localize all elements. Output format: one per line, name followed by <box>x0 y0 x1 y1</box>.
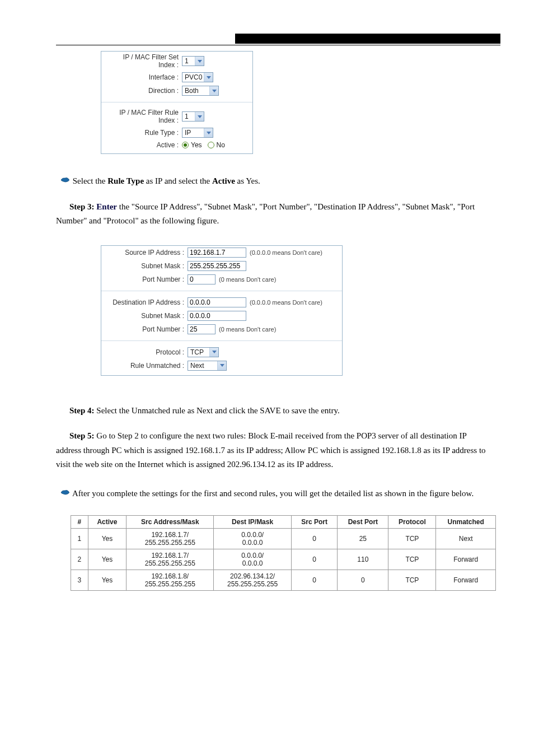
cell-dest-port: 110 <box>338 549 388 570</box>
rules-summary-table: # Active Src Address/Mask Dest IP/Mask S… <box>71 515 496 591</box>
label-dest-mask: Subnet Mask : <box>106 312 188 320</box>
chevron-down-icon <box>195 57 204 66</box>
header-underline <box>56 45 500 45</box>
step4-label: Step 4: <box>69 406 95 415</box>
label-src-port: Port Number : <box>106 276 188 283</box>
step3-label: Step 3: <box>69 202 95 211</box>
cell-dest: 0.0.0.0/0.0.0.0 <box>214 549 292 570</box>
cell-src-port: 0 <box>291 570 337 591</box>
chevron-down-icon <box>204 128 213 137</box>
select-protocol-value: TCP <box>190 348 204 356</box>
cell-src: 192.168.1.7/255.255.255.255 <box>127 549 214 570</box>
step3-lead-word: Enter <box>96 202 117 211</box>
select-set-index[interactable]: 1 <box>182 56 204 66</box>
header-black-bar <box>235 34 500 44</box>
input-src-mask[interactable] <box>188 261 246 271</box>
cell-num: 1 <box>71 529 88 549</box>
cell-unmatched: Forward <box>436 570 496 591</box>
select-direction-value: Both <box>185 87 199 95</box>
table-row: 2Yes192.168.1.7/255.255.255.2550.0.0.0/0… <box>71 549 496 570</box>
select-set-index-value: 1 <box>185 57 189 65</box>
col-active: Active <box>88 516 127 529</box>
label-protocol: Protocol : <box>106 348 188 356</box>
select-rule-index-value: 1 <box>185 113 189 120</box>
label-src-ip: Source IP Address : <box>106 249 188 256</box>
cell-dest: 0.0.0.0/0.0.0.0 <box>214 529 292 549</box>
ip-detail-panel: Source IP Address : (0.0.0.0 means Don't… <box>101 245 343 376</box>
label-active: Active : <box>106 141 182 149</box>
col-num: # <box>71 516 88 529</box>
input-dest-port[interactable] <box>188 324 216 334</box>
radio-label-no: No <box>217 141 225 149</box>
input-dest-mask[interactable] <box>188 311 246 321</box>
hand-pointer-icon <box>60 487 71 501</box>
input-dest-ip[interactable] <box>188 297 246 307</box>
step2-rule-type-bold: Rule Type <box>107 176 144 185</box>
cell-protocol: TCP <box>388 570 436 591</box>
step2-text-2: as IP and select the <box>144 176 212 185</box>
cell-dest-port: 0 <box>338 570 388 591</box>
table-header-row: # Active Src Address/Mask Dest IP/Mask S… <box>71 516 496 529</box>
cell-active: Yes <box>88 529 127 549</box>
select-direction[interactable]: Both <box>182 86 219 96</box>
cell-num: 3 <box>71 570 88 591</box>
cell-num: 2 <box>71 549 88 570</box>
label-rule-type: Rule Type : <box>106 129 182 137</box>
input-src-port[interactable] <box>188 274 216 284</box>
radio-label-yes: Yes <box>191 141 202 149</box>
select-interface-value: PVC0 <box>185 73 202 81</box>
step2-active-bold: Active <box>212 176 235 185</box>
hint-dest-port: (0 means Don't care) <box>219 326 276 333</box>
label-direction: Direction : <box>106 87 182 95</box>
cell-unmatched: Next <box>436 529 496 549</box>
label-interface: Interface : <box>106 73 182 81</box>
col-dest-port: Dest Port <box>338 516 388 529</box>
cell-active: Yes <box>88 549 127 570</box>
chevron-down-icon <box>217 361 226 370</box>
col-unmatched: Unmatched <box>436 516 496 529</box>
select-rule-type[interactable]: IP <box>182 128 213 138</box>
select-protocol[interactable]: TCP <box>188 347 219 357</box>
step2-text-1: Select the <box>73 176 107 185</box>
hint-src-port: (0 means Don't care) <box>219 276 276 283</box>
cell-dest-port: 25 <box>338 529 388 549</box>
col-protocol: Protocol <box>388 516 436 529</box>
radio-active-yes[interactable] <box>182 142 189 148</box>
radio-active-no[interactable] <box>208 142 214 148</box>
step4-text: Select the Unmatched rule as Next and cl… <box>95 406 340 415</box>
step2-text-3: as Yes. <box>235 176 260 185</box>
label-dest-port: Port Number : <box>106 325 188 333</box>
col-src: Src Address/Mask <box>127 516 214 529</box>
select-rule-unmatched-value: Next <box>190 362 204 370</box>
col-src-port: Src Port <box>291 516 337 529</box>
chevron-down-icon <box>209 86 218 95</box>
step5-label: Step 5: <box>69 431 95 440</box>
table-row: 1Yes192.168.1.7/255.255.255.2550.0.0.0/0… <box>71 529 496 549</box>
table-row: 3Yes192.168.1.8/255.255.255.255202.96.13… <box>71 570 496 591</box>
select-rule-type-value: IP <box>185 129 191 137</box>
input-src-ip[interactable] <box>188 248 246 258</box>
filter-set-panel: IP / MAC Filter Set Index : 1 Interface … <box>101 51 253 154</box>
chevron-down-icon <box>209 348 218 357</box>
label-src-mask: Subnet Mask : <box>106 262 188 270</box>
label-dest-ip: Destination IP Address : <box>106 298 188 306</box>
hint-src-ip: (0.0.0.0 means Don't care) <box>250 249 322 256</box>
select-rule-unmatched[interactable]: Next <box>188 361 227 371</box>
cell-unmatched: Forward <box>436 549 496 570</box>
cell-src-port: 0 <box>291 549 337 570</box>
label-set-index: IP / MAC Filter Set Index : <box>106 53 182 69</box>
hint-dest-ip: (0.0.0.0 means Don't care) <box>250 299 322 306</box>
cell-protocol: TCP <box>388 549 436 570</box>
cell-src-port: 0 <box>291 529 337 549</box>
select-rule-index[interactable]: 1 <box>182 111 204 122</box>
step5-text: Go to Step 2 to configure the next two r… <box>56 431 486 469</box>
cell-src: 192.168.1.8/255.255.255.255 <box>127 570 214 591</box>
cell-active: Yes <box>88 570 127 591</box>
step3-text: the "Source IP Address", "Subnet Mask", … <box>56 202 475 226</box>
col-dest: Dest IP/Mask <box>214 516 292 529</box>
label-rule-index: IP / MAC Filter Rule Index : <box>106 109 182 124</box>
chevron-down-icon <box>204 73 213 82</box>
cell-dest: 202.96.134.12/255.255.255.255 <box>214 570 292 591</box>
chevron-down-icon <box>195 112 204 121</box>
select-interface[interactable]: PVC0 <box>182 72 213 82</box>
